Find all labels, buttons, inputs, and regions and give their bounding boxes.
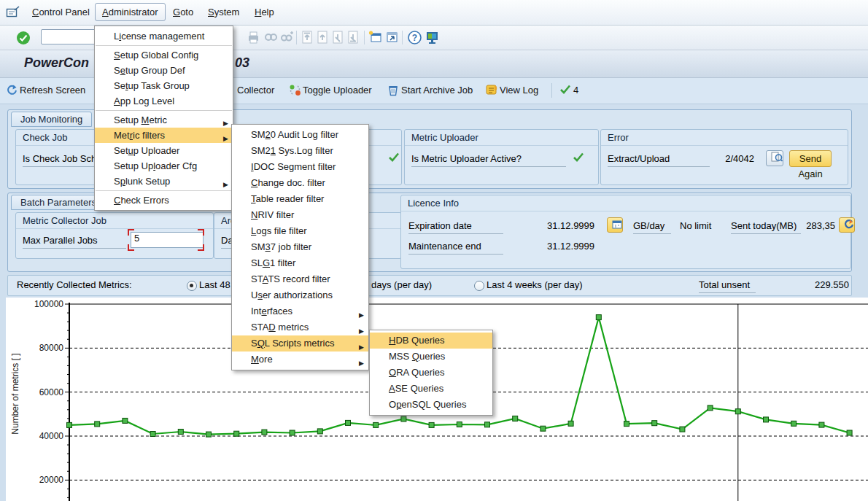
- menu-item-label: HDB Queries: [389, 335, 445, 346]
- menu-item-label: More: [251, 354, 273, 365]
- menu-item-stad-metrics[interactable]: STAD metrics▶: [232, 319, 368, 335]
- menu-item-label: OpenSQL Queries: [389, 399, 466, 410]
- licence-info-title: Licence Info: [401, 195, 850, 211]
- create-shortcut-icon[interactable]: [385, 31, 400, 45]
- data-point-marker: [596, 315, 601, 320]
- menu-item-label: Splunk Setup: [114, 176, 170, 187]
- data-point-marker: [540, 426, 546, 431]
- menu-item-user-authorizations[interactable]: User authorizations: [232, 287, 368, 303]
- menu-item-interfaces[interactable]: Interfaces▶: [232, 303, 368, 319]
- menu-item-more[interactable]: More▶: [232, 352, 368, 368]
- radio-last-48-hours[interactable]: [187, 281, 197, 291]
- trash-icon[interactable]: [387, 84, 399, 99]
- menu-item-sql-scripts-metrics[interactable]: SQL Scripts metrics▶: [232, 335, 368, 352]
- error-title: Error: [601, 130, 848, 146]
- data-point-marker: [513, 416, 518, 421]
- menu-item-label: Change doc. filter: [251, 177, 325, 188]
- menu-item-setup-task-group[interactable]: Setup Task Group: [95, 78, 233, 93]
- view-log-button[interactable]: View Log: [500, 85, 538, 96]
- date-picker-button[interactable]: [607, 217, 623, 233]
- refresh-screen-button[interactable]: Refresh Screen: [20, 85, 85, 96]
- menu-item-sm37-job-filter[interactable]: SM37 job filter: [232, 239, 368, 255]
- menu-item-setup-uploader[interactable]: Setup Uploader: [95, 143, 233, 158]
- data-point-marker: [429, 422, 434, 427]
- new-session-icon[interactable]: [368, 31, 383, 45]
- check-job-ok-icon: [388, 152, 400, 166]
- menu-item-sm20-audit-log-filter[interactable]: SM20 Audit Log filter: [232, 127, 368, 143]
- focus-corner: [198, 229, 204, 236]
- data-point-marker: [206, 432, 212, 437]
- data-point-marker: [262, 430, 267, 435]
- focus-corner: [198, 244, 204, 251]
- menubar-item-help[interactable]: Help: [252, 0, 277, 24]
- print-icon: [247, 31, 261, 45]
- menu-item-metric-filters[interactable]: Metric filters▶: [95, 128, 233, 143]
- start-archive-job-button[interactable]: Start Archive Job: [401, 85, 473, 96]
- menu-item-ora-queries[interactable]: ORA Queries: [370, 365, 492, 381]
- menu-item-opensql-queries[interactable]: OpenSQL Queries: [370, 397, 492, 413]
- enter-icon[interactable]: [16, 31, 31, 45]
- menubar-item-control-panel[interactable]: Control Panel: [29, 0, 93, 24]
- find-next-icon: [280, 31, 295, 45]
- menu-item-setup-group-def[interactable]: Setup Group Def: [95, 63, 233, 78]
- menu-item-label: SM37 job filter: [251, 241, 311, 252]
- menu-item-change-doc-filter[interactable]: Change doc. filter: [232, 175, 368, 191]
- menubar-item-goto[interactable]: Goto: [170, 0, 196, 24]
- menu-item-check-errors[interactable]: Check Errors: [95, 193, 233, 208]
- resend-button[interactable]: [839, 217, 855, 233]
- menu-item-label: NRIV filter: [251, 209, 294, 220]
- find-icon: [264, 31, 279, 45]
- menu-item-label: Setup Metric: [114, 114, 167, 125]
- toggle-uploader-button[interactable]: Toggle Uploader: [303, 85, 372, 96]
- menu-item-table-reader-filter[interactable]: Table reader filter: [232, 191, 368, 207]
- recently-collected-metrics-label: Recently Collected Metrics:: [17, 279, 132, 290]
- last-page-icon: [346, 31, 361, 45]
- max-parallel-jobs-input[interactable]: 5: [131, 232, 204, 248]
- menu-item-logs-file-filter[interactable]: Logs file filter: [232, 223, 368, 239]
- ok-count: 4: [573, 85, 578, 96]
- data-point-marker: [735, 409, 740, 414]
- menu-item-stats-record-filter[interactable]: STATS record filter: [232, 271, 368, 287]
- sap-control-panel-window: Control PanelAdministratorGotoSystemHelp…: [0, 0, 868, 501]
- menu-item-sm21-sys-log-filter[interactable]: SM21 Sys.Log filter: [232, 143, 368, 159]
- menu-item-setup-global-config[interactable]: Setup Global Config: [95, 47, 233, 63]
- data-point-marker: [178, 430, 183, 435]
- menu-item-label: Table reader filter: [251, 193, 324, 204]
- menu-item-app-log-level[interactable]: App Log Level: [95, 93, 233, 109]
- menu-item-splunk-setup[interactable]: Splunk Setup▶: [95, 174, 233, 189]
- menu-separator: [96, 190, 232, 191]
- gb-per-day-label: GB/day: [633, 220, 671, 234]
- data-point-marker: [457, 422, 462, 427]
- menu-item-idoc-segment-filter[interactable]: IDOC Segment filter: [232, 159, 368, 175]
- help-icon[interactable]: ?: [408, 31, 422, 45]
- menu-item-hdb-queries[interactable]: HDB Queries: [370, 333, 492, 349]
- menu-item-mss-queries[interactable]: MSS Queries: [370, 349, 492, 365]
- focus-corner: [128, 229, 134, 236]
- collector-button[interactable]: Collector: [237, 85, 274, 96]
- menubar-item-administrator[interactable]: Administrator: [95, 3, 166, 21]
- menu-item-setup-metric[interactable]: Setup Metric▶: [95, 112, 233, 128]
- menu-item-label: Check Errors: [114, 195, 169, 206]
- error-detail-button[interactable]: [766, 150, 783, 166]
- menu-item-nriv-filter[interactable]: NRIV filter: [232, 207, 368, 223]
- customize-layout-icon[interactable]: [425, 31, 440, 45]
- menu-item-license-management[interactable]: License management: [95, 28, 233, 44]
- submenu-arrow-icon: ▶: [359, 355, 364, 371]
- radio-last-4-weeks[interactable]: [474, 281, 484, 291]
- toolbar-separator: [296, 31, 297, 44]
- send-again-button[interactable]: Send Again: [789, 150, 832, 167]
- menubar-item-system[interactable]: System: [205, 0, 242, 24]
- view-log-icon[interactable]: [485, 84, 499, 98]
- system-menu-icon[interactable]: [6, 6, 20, 21]
- expiration-date-label: Expiration date: [408, 220, 503, 234]
- menu-item-slg1-filter[interactable]: SLG1 filter: [232, 255, 368, 271]
- menu-item-ase-queries[interactable]: ASE Queries: [370, 381, 492, 397]
- menu-item-setup-uploader-cfg[interactable]: Setup Uploader Cfg: [95, 158, 233, 174]
- refresh-icon[interactable]: [6, 84, 18, 99]
- data-point-marker: [568, 421, 573, 426]
- metric-collector-job-title: Metric Collector Job: [16, 213, 213, 229]
- toggle-uploader-icon[interactable]: [289, 84, 301, 99]
- radio-last-4-weeks-label[interactable]: Last 4 weeks (per day): [487, 279, 583, 290]
- data-point-marker: [317, 429, 322, 434]
- data-point-marker: [624, 422, 629, 427]
